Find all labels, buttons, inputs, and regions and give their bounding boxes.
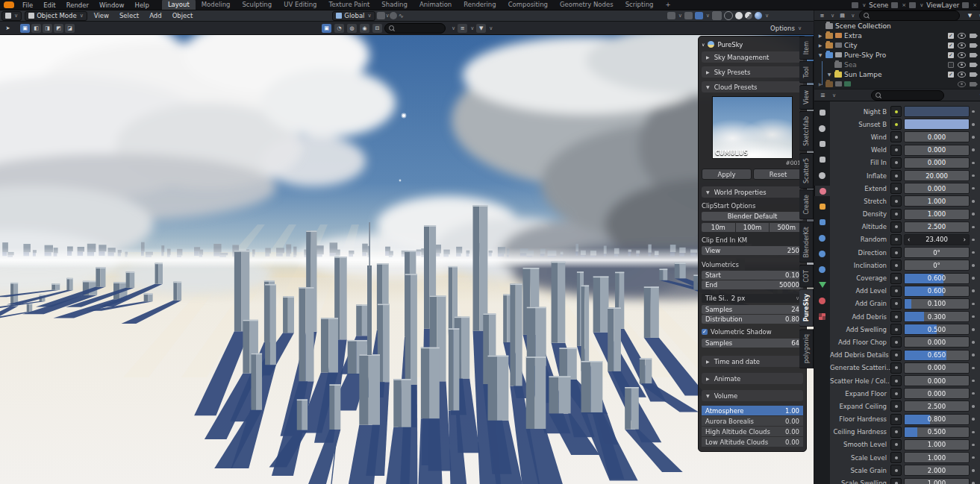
blender-logo-icon[interactable] bbox=[4, 1, 14, 8]
decorator-dot[interactable] bbox=[970, 392, 977, 395]
decorator-dot[interactable] bbox=[970, 303, 977, 306]
decorator-dot[interactable] bbox=[970, 277, 977, 280]
sidebar-tab-blenderkit[interactable]: BlenderKit bbox=[799, 221, 814, 263]
animate-toggle[interactable] bbox=[890, 221, 902, 233]
section-volume[interactable]: ▼ Volume bbox=[702, 390, 803, 401]
volumetric-shadow-checkbox[interactable]: ✓ Volumetric Shadow bbox=[702, 327, 803, 336]
shading-wireframe-icon[interactable] bbox=[724, 11, 733, 20]
outliner-row-sea[interactable]: Sea bbox=[814, 60, 980, 69]
property-slider[interactable]: 0.500 bbox=[904, 324, 970, 335]
decorator-dot[interactable] bbox=[970, 289, 977, 292]
section-time-and-date[interactable]: ▶ Time and date bbox=[702, 356, 803, 367]
decorator-dot[interactable] bbox=[970, 469, 977, 472]
decorator-dot[interactable] bbox=[970, 239, 977, 242]
property-slider[interactable]: 1.000 bbox=[904, 478, 970, 484]
property-slider[interactable]: 0.000 bbox=[904, 375, 970, 386]
animate-toggle[interactable] bbox=[890, 273, 902, 284]
properties-tab-object-data[interactable] bbox=[814, 280, 830, 290]
volumetrics-field-start[interactable]: Start0.10 bbox=[702, 271, 803, 280]
decorator-dot[interactable] bbox=[970, 110, 977, 113]
hide-viewport-icon[interactable] bbox=[958, 62, 966, 68]
shadow-field-samples[interactable]: Samples64 bbox=[702, 339, 803, 348]
animate-toggle[interactable] bbox=[890, 145, 902, 156]
menu-render[interactable]: Render bbox=[61, 0, 94, 10]
properties-tab-object[interactable] bbox=[814, 201, 830, 212]
cursor-tool-icon[interactable]: ➤ bbox=[3, 24, 13, 33]
decorator-dot[interactable] bbox=[970, 187, 977, 190]
sidebar-tab-item[interactable]: Item bbox=[799, 36, 814, 60]
workspace-tab-compositing[interactable]: Compositing bbox=[502, 0, 554, 10]
outliner-row-city[interactable]: ▶City✓ bbox=[814, 40, 980, 50]
cloud-preset-preview[interactable]: CUMULUS #001 bbox=[712, 96, 793, 159]
sidebar-tab-polygoniq[interactable]: polygoniq bbox=[799, 329, 814, 368]
animate-toggle[interactable] bbox=[890, 298, 902, 309]
render-region-icon[interactable] bbox=[712, 11, 722, 20]
increment-arrow[interactable]: › bbox=[964, 236, 966, 243]
animate-toggle[interactable] bbox=[890, 439, 902, 450]
property-slider[interactable]: 20.000 bbox=[904, 170, 970, 181]
animate-toggle[interactable] bbox=[890, 209, 902, 220]
property-slider[interactable]: 0.600 bbox=[904, 273, 970, 284]
new-viewlayer-icon[interactable] bbox=[962, 2, 969, 8]
display-mode-icon[interactable]: ≡ bbox=[458, 24, 467, 33]
decorator-dot[interactable] bbox=[970, 444, 977, 447]
animate-toggle[interactable] bbox=[890, 234, 902, 245]
selectable-checkbox[interactable]: ✓ bbox=[948, 33, 954, 39]
selectable-checkbox[interactable]: ✓ bbox=[948, 72, 954, 78]
viewport-menu-view[interactable]: View bbox=[89, 11, 114, 21]
decorator-dot[interactable] bbox=[970, 162, 977, 165]
restrict-render-icon[interactable]: ◍ bbox=[347, 24, 357, 33]
decorator-dot[interactable] bbox=[970, 213, 977, 216]
decorator-dot[interactable] bbox=[970, 353, 977, 356]
properties-tab-render[interactable] bbox=[814, 123, 830, 133]
animate-toggle[interactable] bbox=[890, 465, 902, 476]
disable-render-icon[interactable] bbox=[970, 53, 976, 57]
restrict-visibility-icon[interactable]: ◔ bbox=[334, 24, 344, 33]
workspace-tab-rendering[interactable]: Rendering bbox=[458, 0, 502, 10]
decorator-dot[interactable] bbox=[970, 418, 977, 421]
xray-icon[interactable] bbox=[695, 12, 703, 19]
property-slider[interactable]: 0.500 bbox=[904, 427, 970, 438]
sidebar-tab-puresky[interactable]: PureSky bbox=[799, 289, 814, 327]
workspace-tab-uv-editing[interactable]: UV Editing bbox=[278, 0, 322, 10]
disable-render-icon[interactable] bbox=[970, 63, 976, 67]
selectable-checkbox[interactable]: ✓ bbox=[948, 43, 954, 48]
orientation-dropdown[interactable]: Global ∨ bbox=[332, 11, 375, 21]
workspace-tab-modeling[interactable]: Modeling bbox=[196, 0, 237, 10]
properties-editor-type-icon[interactable]: ☰ bbox=[818, 91, 828, 100]
animate-toggle[interactable] bbox=[890, 131, 902, 142]
shading-rendered-icon[interactable] bbox=[755, 12, 762, 19]
properties-search-input[interactable] bbox=[871, 90, 944, 101]
property-slider[interactable]: 1.000 bbox=[904, 452, 970, 463]
animate-toggle[interactable] bbox=[890, 452, 902, 463]
select-box-icon[interactable]: ▣ bbox=[20, 24, 30, 33]
shading-solid-icon[interactable] bbox=[735, 12, 743, 19]
workspace-tab-layout[interactable]: Layout bbox=[162, 0, 196, 10]
select-lasso-icon[interactable]: ◨ bbox=[43, 24, 52, 33]
property-slider[interactable]: ‹23.400› bbox=[904, 234, 970, 245]
apply-button[interactable]: Apply bbox=[702, 169, 752, 180]
disable-render-icon[interactable] bbox=[970, 82, 976, 87]
reset-button[interactable]: Reset bbox=[753, 169, 803, 180]
animate-toggle[interactable] bbox=[890, 388, 902, 399]
tool-search-input[interactable] bbox=[384, 23, 446, 34]
restrict-select-icon[interactable]: ▣ bbox=[322, 24, 331, 33]
menu-file[interactable]: File bbox=[17, 0, 38, 10]
outliner-row-scene-collection[interactable]: Scene Collection bbox=[814, 21, 980, 31]
decrement-arrow[interactable]: ‹ bbox=[908, 236, 910, 243]
sidebar-tab-sketchfab[interactable]: Sketchfab bbox=[799, 111, 814, 151]
animate-toggle[interactable] bbox=[890, 247, 902, 258]
section-cloud-presets[interactable]: ▼ Cloud Presets bbox=[702, 81, 803, 92]
properties-tab-particles[interactable] bbox=[814, 233, 830, 243]
tile-field-samples[interactable]: Samples24 bbox=[702, 305, 803, 314]
hide-viewport-icon[interactable] bbox=[958, 33, 966, 39]
property-slider[interactable]: 0.000 bbox=[904, 183, 970, 194]
animate-toggle[interactable] bbox=[890, 170, 902, 181]
properties-tab-world[interactable] bbox=[814, 186, 831, 196]
volume-slider-aurora-borealis[interactable]: Aurora Borealis0.00 bbox=[702, 416, 803, 426]
menu-help[interactable]: Help bbox=[129, 0, 154, 10]
decorator-dot[interactable] bbox=[970, 148, 977, 151]
property-slider[interactable]: 0.100 bbox=[904, 298, 970, 309]
gizmo-dropdown-icon[interactable] bbox=[667, 12, 675, 19]
sidebar-tab-create[interactable]: Create bbox=[799, 189, 814, 220]
